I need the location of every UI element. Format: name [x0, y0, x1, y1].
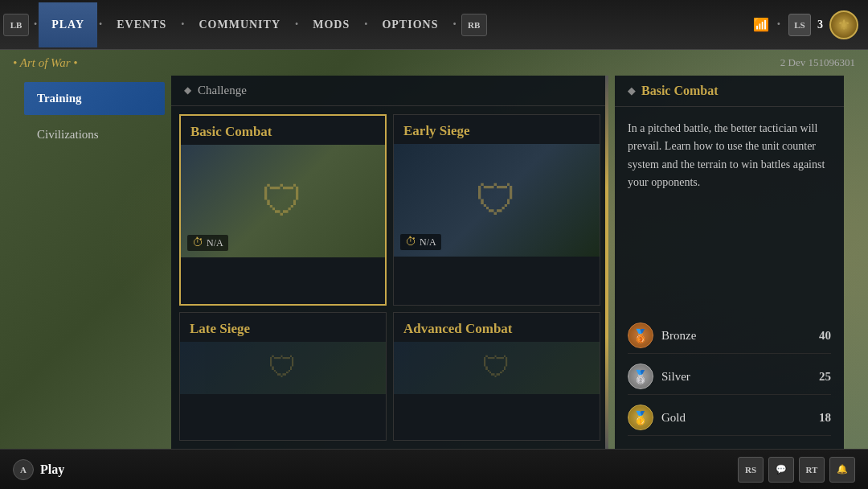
- silver-medal-count: 25: [819, 370, 831, 384]
- player-avatar[interactable]: ⚜: [829, 10, 858, 39]
- challenge-label: Challenge: [198, 84, 247, 97]
- center-panel: ◆ Challenge Basic Combat 🛡 ⏱ N/A: [171, 76, 608, 449]
- chat-button[interactable]: 💬: [768, 457, 794, 483]
- card-title-late-siege: Late Siege: [180, 313, 386, 342]
- right-panel-title: Basic Combat: [641, 84, 719, 98]
- nav-events[interactable]: EVENTS: [104, 18, 179, 31]
- shield-icon-siege: 🛡: [476, 176, 518, 224]
- timer-icon-basic: ⏱: [192, 236, 203, 249]
- card-advanced-combat[interactable]: Advanced Combat 🛡: [393, 312, 600, 442]
- main-content: Training Civilizations ◆ Challenge Basic…: [24, 76, 844, 449]
- shield-icon-advanced: 🛡: [482, 351, 511, 384]
- medal-row-silver: 🥈 Silver 25: [628, 359, 831, 395]
- card-timer-basic-combat: ⏱ N/A: [187, 235, 228, 251]
- shield-icon-basic: 🛡: [262, 177, 304, 225]
- nav-mods[interactable]: MODS: [300, 18, 362, 31]
- gold-medal-label: Gold: [661, 411, 811, 425]
- medal-row-gold: 🥇 Gold 18: [628, 400, 831, 436]
- sidebar-item-civilizations[interactable]: Civilizations: [24, 118, 165, 151]
- lb-button[interactable]: LB: [3, 14, 29, 36]
- card-title-basic-combat: Basic Combat: [181, 116, 385, 145]
- nav-right-section: 📶 • LS 3 ⚜: [753, 10, 868, 39]
- rs-button[interactable]: RS: [738, 457, 764, 483]
- subtitle-bar: • Art of War • 2 Dev 151096301: [0, 50, 868, 76]
- ls-button[interactable]: LS: [788, 14, 811, 36]
- silver-medal-label: Silver: [661, 370, 811, 384]
- rb-button[interactable]: RB: [461, 14, 487, 36]
- timer-icon-siege: ⏱: [405, 236, 416, 249]
- wifi-icon: 📶: [753, 17, 769, 32]
- card-basic-combat[interactable]: Basic Combat 🛡 ⏱ N/A: [179, 114, 387, 306]
- breadcrumb: • Art of War •: [13, 56, 78, 70]
- nav-options[interactable]: OPTIONS: [369, 18, 451, 31]
- medal-list: 🥉 Bronze 40 🥈 Silver 25 🥇 Gold 18: [615, 311, 844, 449]
- bronze-medal-icon: 🥉: [628, 323, 653, 348]
- challenge-grid: Basic Combat 🛡 ⏱ N/A Early Siege 🛡: [171, 106, 608, 449]
- sidebar-item-training[interactable]: Training: [24, 82, 165, 115]
- card-timer-early-siege: ⏱ N/A: [400, 234, 441, 250]
- nav-dot-7: •: [777, 18, 780, 31]
- bronze-medal-count: 40: [819, 329, 831, 343]
- silver-medal-icon: 🥈: [628, 364, 653, 389]
- card-image-basic-combat: 🛡 ⏱ N/A: [181, 145, 385, 257]
- right-panel-header: ◆ Basic Combat: [615, 76, 844, 107]
- challenge-header: ◆ Challenge: [171, 76, 608, 106]
- a-button-badge: A: [13, 459, 34, 480]
- nav-dot-5: •: [364, 18, 367, 31]
- sidebar: Training Civilizations: [24, 76, 165, 449]
- nav-dot-6: •: [452, 18, 456, 31]
- rt-button[interactable]: RT: [799, 457, 825, 483]
- bottom-bar: A Play RS 💬 RT 🔔: [0, 449, 868, 489]
- challenge-arrow: ◆: [184, 84, 191, 97]
- card-title-early-siege: Early Siege: [394, 115, 600, 144]
- center-divider: [605, 76, 608, 449]
- card-late-siege[interactable]: Late Siege 🛡: [179, 312, 387, 442]
- gold-medal-count: 18: [819, 411, 831, 425]
- bottom-right-buttons: RS 💬 RT 🔔: [738, 457, 855, 483]
- card-image-advanced-combat: 🛡: [394, 342, 600, 394]
- version-info: 2 Dev 151096301: [780, 56, 855, 69]
- card-image-late-siege: 🛡: [180, 342, 386, 394]
- right-panel: ◆ Basic Combat In a pitched battle, the …: [615, 76, 844, 449]
- nav-dot-2: •: [99, 18, 102, 31]
- nav-dot-4: •: [295, 18, 298, 31]
- nav-community[interactable]: COMMUNITY: [186, 18, 293, 31]
- bell-button[interactable]: 🔔: [829, 457, 855, 483]
- play-label: Play: [40, 462, 64, 477]
- timer-value-siege: N/A: [420, 236, 436, 249]
- right-arrow: ◆: [628, 85, 635, 97]
- nav-dot-1: •: [34, 18, 37, 31]
- nav-dot-3: •: [181, 18, 184, 31]
- medal-row-bronze: 🥉 Bronze 40: [628, 318, 831, 354]
- card-early-siege[interactable]: Early Siege 🛡 ⏱ N/A: [393, 114, 600, 306]
- gold-medal-icon: 🥇: [628, 405, 653, 430]
- nav-play[interactable]: PLAY: [39, 2, 97, 47]
- right-panel-description: In a pitched battle, the better tacticia…: [615, 107, 844, 311]
- shield-icon-late: 🛡: [268, 351, 297, 384]
- play-button-group[interactable]: A Play: [13, 459, 64, 480]
- card-title-advanced-combat: Advanced Combat: [394, 313, 600, 342]
- navigation-bar: LB • PLAY • EVENTS • COMMUNITY • MODS • …: [0, 0, 868, 50]
- timer-value-basic: N/A: [207, 237, 223, 249]
- player-count: 3: [817, 18, 823, 31]
- bronze-medal-label: Bronze: [661, 329, 811, 343]
- card-image-early-siege: 🛡 ⏱ N/A: [394, 144, 600, 257]
